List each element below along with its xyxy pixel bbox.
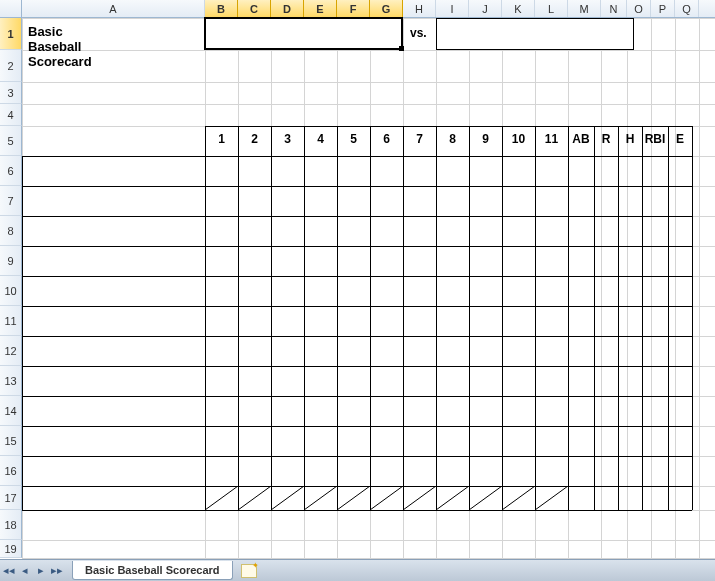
row-header-1[interactable]: 1	[0, 18, 22, 50]
diag-cell	[370, 486, 403, 510]
vs-label: vs.	[410, 26, 427, 40]
row-header-17[interactable]: 17	[0, 486, 22, 510]
svg-line-9	[502, 486, 535, 510]
inning-header-1: 1	[205, 132, 238, 146]
stat-header-E: E	[668, 132, 692, 146]
inning-header-7: 7	[403, 132, 436, 146]
stat-header-H: H	[618, 132, 642, 146]
stat-header-RBI: RBI	[642, 132, 668, 146]
svg-line-4	[337, 486, 370, 510]
svg-line-5	[370, 486, 403, 510]
col-header-E[interactable]: E	[304, 0, 337, 17]
team2-box[interactable]	[436, 18, 634, 50]
row-header-14[interactable]: 14	[0, 396, 22, 426]
row-header-7[interactable]: 7	[0, 186, 22, 216]
inning-header-11: 11	[535, 132, 568, 146]
row-header-11[interactable]: 11	[0, 306, 22, 336]
diag-cell	[403, 486, 436, 510]
nav-last-icon[interactable]: ▸▸	[50, 564, 64, 578]
col-header-H[interactable]: H	[403, 0, 436, 17]
row-header-12[interactable]: 12	[0, 336, 22, 366]
col-header-P[interactable]: P	[651, 0, 675, 17]
nav-prev-icon[interactable]: ◂	[18, 564, 32, 578]
row-header-col: 12345678910111213141516171819	[0, 18, 22, 558]
diag-cell	[502, 486, 535, 510]
insert-sheet-icon[interactable]	[241, 564, 257, 578]
diag-cell	[205, 486, 238, 510]
col-header-I[interactable]: I	[436, 0, 469, 17]
col-header-C[interactable]: C	[238, 0, 271, 17]
inning-header-10: 10	[502, 132, 535, 146]
diag-cell	[337, 486, 370, 510]
row-header-13[interactable]: 13	[0, 366, 22, 396]
title-cell: Basic Baseball Scorecard	[28, 24, 92, 69]
inning-header-6: 6	[370, 132, 403, 146]
row-header-16[interactable]: 16	[0, 456, 22, 486]
sheet-tab-bar: ◂◂ ◂ ▸ ▸▸ Basic Baseball Scorecard	[0, 559, 715, 581]
col-header-G[interactable]: G	[370, 0, 403, 17]
col-header-F[interactable]: F	[337, 0, 370, 17]
row-header-19[interactable]: 19	[0, 540, 22, 558]
row-header-4[interactable]: 4	[0, 104, 22, 126]
column-header-row: ABCDEFGHIJKLMNOPQ	[0, 0, 715, 18]
diag-cell	[271, 486, 304, 510]
svg-line-2	[271, 486, 304, 510]
row-header-9[interactable]: 9	[0, 246, 22, 276]
svg-line-3	[304, 486, 337, 510]
inning-header-4: 4	[304, 132, 337, 146]
inning-header-2: 2	[238, 132, 271, 146]
svg-line-7	[436, 486, 469, 510]
nav-next-icon[interactable]: ▸	[34, 564, 48, 578]
row-header-15[interactable]: 15	[0, 426, 22, 456]
col-header-L[interactable]: L	[535, 0, 568, 17]
diag-cell	[469, 486, 502, 510]
row-header-6[interactable]: 6	[0, 156, 22, 186]
col-header-O[interactable]: O	[627, 0, 651, 17]
row-header-10[interactable]: 10	[0, 276, 22, 306]
inning-header-9: 9	[469, 132, 502, 146]
col-header-J[interactable]: J	[469, 0, 502, 17]
diag-cell	[535, 486, 568, 510]
col-header-B[interactable]: B	[205, 0, 238, 17]
stat-header-AB: AB	[568, 132, 594, 146]
svg-line-10	[535, 486, 568, 510]
inning-header-8: 8	[436, 132, 469, 146]
stat-header-R: R	[594, 132, 618, 146]
svg-line-6	[403, 486, 436, 510]
svg-line-0	[205, 486, 238, 510]
col-header-D[interactable]: D	[271, 0, 304, 17]
nav-first-icon[interactable]: ◂◂	[2, 564, 16, 578]
col-header-Q[interactable]: Q	[675, 0, 699, 17]
row-header-18[interactable]: 18	[0, 510, 22, 540]
row-header-3[interactable]: 3	[0, 82, 22, 104]
diag-cell	[304, 486, 337, 510]
row-header-5[interactable]: 5	[0, 126, 22, 156]
select-all-corner[interactable]	[0, 0, 22, 17]
col-header-M[interactable]: M	[568, 0, 601, 17]
col-header-A[interactable]: A	[22, 0, 205, 17]
diag-cell	[238, 486, 271, 510]
diag-cell	[436, 486, 469, 510]
inning-header-5: 5	[337, 132, 370, 146]
col-header-N[interactable]: N	[601, 0, 627, 17]
svg-line-1	[238, 486, 271, 510]
row-header-2[interactable]: 2	[0, 50, 22, 82]
row-header-8[interactable]: 8	[0, 216, 22, 246]
sheet-tab[interactable]: Basic Baseball Scorecard	[72, 561, 233, 580]
inning-header-3: 3	[271, 132, 304, 146]
col-header-K[interactable]: K	[502, 0, 535, 17]
svg-line-8	[469, 486, 502, 510]
team1-box[interactable]	[205, 18, 403, 50]
